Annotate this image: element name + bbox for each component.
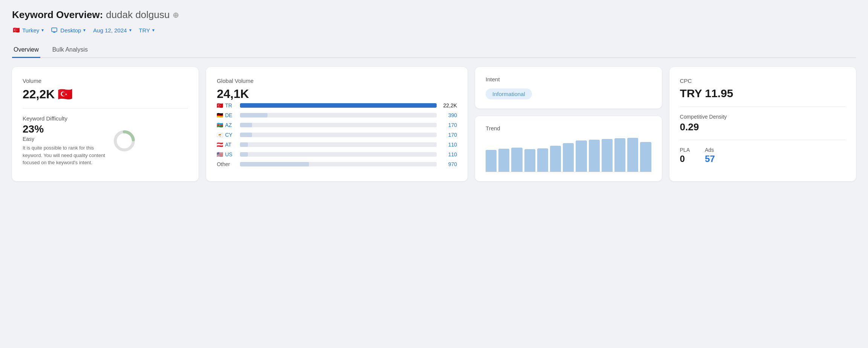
country-chevron: ▾ bbox=[41, 27, 44, 33]
pla-ads-row: PLA 0 Ads 57 bbox=[680, 147, 845, 164]
cpc-label: CPC bbox=[680, 78, 845, 84]
bar-fill bbox=[240, 113, 267, 118]
country-row-AT: 🇦🇹AT 110 bbox=[217, 142, 457, 148]
comp-density-label: Competitive Density bbox=[680, 114, 845, 120]
cards-row: Volume 22,2K 🇹🇷 Keyword Difficulty 23% E… bbox=[12, 67, 856, 181]
cpc-value: TRY 11.95 bbox=[680, 87, 845, 100]
page-header: Keyword Overview: dudak dolgusu ⊕ bbox=[12, 9, 856, 21]
tab-overview[interactable]: Overview bbox=[12, 43, 40, 58]
bar-container bbox=[240, 162, 437, 166]
filter-device[interactable]: Desktop ▾ bbox=[50, 26, 86, 35]
desktop-icon bbox=[51, 27, 58, 33]
difficulty-donut bbox=[112, 129, 136, 153]
country-rows: 🇹🇷TR 22,2K 🇩🇪DE 390 🇦🇿AZ 170 🇨🇾CY 170 bbox=[217, 102, 457, 167]
bar-fill bbox=[240, 103, 437, 108]
volume-card: Volume 22,2K 🇹🇷 Keyword Difficulty 23% E… bbox=[12, 67, 199, 181]
trend-label: Trend bbox=[486, 125, 651, 131]
difficulty-label: Keyword Difficulty bbox=[23, 115, 105, 122]
intent-label: Intent bbox=[486, 76, 651, 82]
bar-fill bbox=[240, 123, 252, 127]
country-row-TR: 🇹🇷TR 22,2K bbox=[217, 102, 457, 108]
ads-value: 57 bbox=[705, 154, 715, 164]
trend-bar-0 bbox=[486, 150, 497, 172]
bar-fill bbox=[240, 133, 252, 137]
trend-bars bbox=[486, 134, 651, 172]
pla-value: 0 bbox=[680, 154, 690, 164]
card-divider bbox=[23, 108, 188, 108]
bar-container bbox=[240, 133, 437, 137]
trend-bar-7 bbox=[576, 140, 587, 172]
intent-badge: Informational bbox=[486, 89, 532, 99]
country-other-label: Other bbox=[217, 161, 236, 167]
difficulty-ease: Easy bbox=[23, 136, 105, 142]
tabs-row: Overview Bulk Analysis bbox=[12, 43, 856, 58]
trend-bar-9 bbox=[602, 139, 613, 172]
volume-number: 22,2K bbox=[23, 87, 55, 101]
title-prefix: Keyword Overview: bbox=[12, 9, 103, 21]
difficulty-info: Keyword Difficulty 23% Easy It is quite … bbox=[23, 115, 105, 166]
country-volume: 110 bbox=[440, 142, 457, 148]
bar-container bbox=[240, 152, 437, 157]
svg-rect-0 bbox=[52, 28, 57, 32]
volume-value: 22,2K 🇹🇷 bbox=[23, 87, 188, 101]
trend-bar-12 bbox=[640, 142, 651, 172]
trend-bar-5 bbox=[550, 146, 561, 172]
bar-container bbox=[240, 123, 437, 127]
country-row-CY: 🇨🇾CY 170 bbox=[217, 132, 457, 138]
country-flag-code-AZ: 🇦🇿AZ bbox=[217, 122, 236, 128]
country-volume: 110 bbox=[440, 151, 457, 157]
trend-bar-1 bbox=[498, 149, 509, 172]
country-volume: 22,2K bbox=[440, 102, 457, 108]
tab-bulk-analysis[interactable]: Bulk Analysis bbox=[51, 43, 89, 58]
filter-currency[interactable]: TRY ▾ bbox=[138, 26, 156, 35]
currency-label: TRY bbox=[139, 27, 150, 34]
bar-container bbox=[240, 142, 437, 147]
country-flag-code-CY: 🇨🇾CY bbox=[217, 132, 236, 138]
intent-card: Intent Informational bbox=[475, 67, 662, 108]
country-flag-code-US: 🇺🇸US bbox=[217, 151, 236, 157]
country-volume: 170 bbox=[440, 132, 457, 138]
intent-trend-col: Intent Informational Trend bbox=[475, 67, 662, 181]
trend-bar-11 bbox=[627, 138, 638, 172]
country-row-AZ: 🇦🇿AZ 170 bbox=[217, 122, 457, 128]
filter-date[interactable]: Aug 12, 2024 ▾ bbox=[92, 26, 132, 35]
currency-chevron: ▾ bbox=[152, 27, 154, 33]
pla-label: PLA bbox=[680, 147, 690, 153]
ads-label: Ads bbox=[705, 147, 715, 153]
ads-item: Ads 57 bbox=[705, 147, 715, 164]
bar-fill bbox=[240, 142, 248, 147]
device-chevron: ▾ bbox=[83, 27, 86, 33]
filters-row: 🇹🇷 Turkey ▾ Desktop ▾ Aug 12, 2024 ▾ TRY… bbox=[12, 25, 856, 35]
difficulty-section: Keyword Difficulty 23% Easy It is quite … bbox=[23, 115, 188, 166]
bar-fill bbox=[240, 162, 309, 166]
country-flag-code-AT: 🇦🇹AT bbox=[217, 142, 236, 148]
trend-card: Trend bbox=[475, 116, 662, 181]
country-flag-code-DE: 🇩🇪DE bbox=[217, 112, 236, 118]
bar-container bbox=[240, 113, 437, 118]
pla-item: PLA 0 bbox=[680, 147, 690, 164]
filter-country[interactable]: 🇹🇷 Turkey ▾ bbox=[12, 25, 44, 35]
trend-bar-6 bbox=[563, 143, 574, 172]
global-volume-value: 24,1K bbox=[217, 87, 457, 101]
country-row-DE: 🇩🇪DE 390 bbox=[217, 112, 457, 118]
country-volume: 170 bbox=[440, 122, 457, 128]
country-flag: 🇹🇷 bbox=[13, 27, 20, 34]
trend-bar-8 bbox=[589, 140, 600, 172]
country-flag-code-TR: 🇹🇷TR bbox=[217, 102, 236, 108]
difficulty-percent: 23% bbox=[23, 123, 105, 135]
date-label: Aug 12, 2024 bbox=[93, 27, 127, 34]
cpc-card: CPC TRY 11.95 Competitive Density 0.29 P… bbox=[669, 67, 856, 181]
date-chevron: ▾ bbox=[129, 27, 131, 33]
country-row-other: Other 970 bbox=[217, 161, 457, 167]
add-keyword-button[interactable]: ⊕ bbox=[173, 11, 179, 20]
difficulty-description: It is quite possible to rank for this ke… bbox=[23, 144, 105, 166]
country-label: Turkey bbox=[22, 27, 39, 34]
country-volume: 390 bbox=[440, 112, 457, 118]
global-volume-label: Global Volume bbox=[217, 78, 457, 84]
bar-container bbox=[240, 103, 437, 108]
comp-density-value: 0.29 bbox=[680, 121, 845, 133]
page-container: Keyword Overview: dudak dolgusu ⊕ 🇹🇷 Tur… bbox=[0, 0, 868, 190]
trend-bar-3 bbox=[524, 149, 535, 172]
volume-flag: 🇹🇷 bbox=[58, 87, 73, 101]
cpc-divider-1 bbox=[680, 107, 845, 107]
